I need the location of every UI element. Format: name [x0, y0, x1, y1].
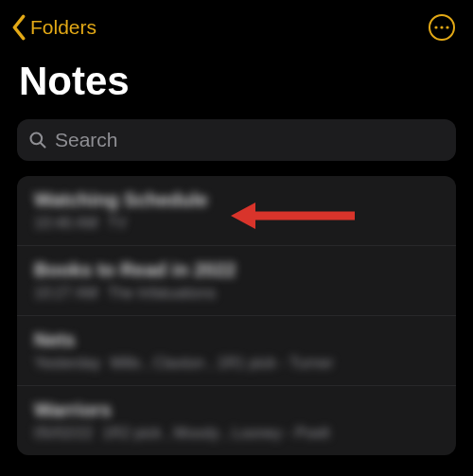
- back-label: Folders: [30, 16, 96, 39]
- note-subtitle: 10:46 AMTV: [34, 215, 439, 232]
- svg-point-2: [440, 26, 443, 28]
- nav-bar: Folders: [0, 0, 473, 51]
- note-preview: TV: [108, 215, 127, 231]
- search-container: [17, 119, 456, 161]
- svg-point-3: [446, 26, 448, 28]
- svg-point-1: [434, 26, 437, 28]
- note-item[interactable]: NetsYesterdayMills , Claxton , 1R1 pick …: [17, 316, 456, 386]
- note-time: 05/02/22: [34, 425, 93, 441]
- note-item[interactable]: Books to Read in 202210:27 AMThe Infatua…: [17, 246, 456, 316]
- note-title: Books to Read in 2022: [34, 259, 439, 281]
- ellipsis-circle-icon: [428, 13, 456, 42]
- note-time: 10:27 AM: [34, 285, 98, 301]
- chevron-left-icon: [9, 14, 28, 41]
- note-time: Yesterday: [34, 355, 101, 371]
- note-title: Warriors: [34, 399, 439, 421]
- notes-list: Watching Schedule10:46 AMTVBooks to Read…: [17, 176, 456, 455]
- search-icon: [28, 131, 47, 150]
- note-preview: 1R2 pick , Moody , Looney - Poelt: [102, 425, 329, 441]
- note-preview: The Infatuations: [108, 285, 217, 301]
- back-button[interactable]: Folders: [9, 14, 96, 41]
- search-input[interactable]: [55, 129, 445, 151]
- note-subtitle: 10:27 AMThe Infatuations: [34, 285, 439, 302]
- note-item[interactable]: Warriors05/02/221R2 pick , Moody , Loone…: [17, 386, 456, 455]
- note-time: 10:46 AM: [34, 215, 98, 231]
- note-title: Nets: [34, 329, 439, 351]
- note-preview: Mills , Claxton , 1R1 pick - Turner: [111, 355, 334, 371]
- note-item[interactable]: Watching Schedule10:46 AMTV: [17, 176, 456, 246]
- search-field[interactable]: [17, 119, 456, 161]
- note-subtitle: YesterdayMills , Claxton , 1R1 pick - Tu…: [34, 355, 439, 372]
- more-button[interactable]: [428, 13, 456, 42]
- svg-line-5: [41, 143, 45, 148]
- page-title: Notes: [0, 51, 473, 119]
- note-title: Watching Schedule: [34, 189, 439, 211]
- note-subtitle: 05/02/221R2 pick , Moody , Looney - Poel…: [34, 425, 439, 442]
